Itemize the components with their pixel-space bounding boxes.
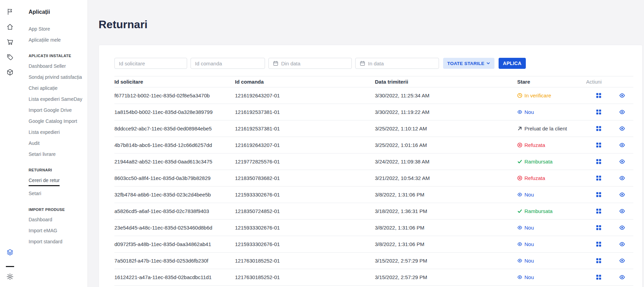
- status-badge: Rambursata: [517, 208, 586, 214]
- grid-actions-button[interactable]: [596, 175, 602, 181]
- status-badge: Refuzata: [517, 142, 586, 148]
- view-details-button[interactable]: [619, 258, 625, 264]
- sidebar-item-aplicatiile-mele[interactable]: Aplicațiile mele: [29, 34, 83, 45]
- package-icon[interactable]: [6, 68, 14, 76]
- cell-data-trimiterii: 3/25/2022, 1:01:16 AM: [375, 142, 517, 148]
- table-row: 21944a82-ab52-11ec-835d-0aad613c3475 121…: [114, 153, 633, 170]
- states-dropdown[interactable]: TOATE STARILE: [443, 58, 494, 69]
- cell-actions: [586, 93, 633, 98]
- gear-icon[interactable]: [6, 273, 14, 281]
- status-label: Nou: [524, 225, 534, 231]
- cell-id-solicitare: d0972f35-a48b-11ec-835d-0aa34862ab41: [114, 241, 235, 247]
- cell-id-comanda: 1217630185252-01: [235, 258, 375, 264]
- view-details-button[interactable]: [619, 109, 625, 115]
- cell-id-comanda: 1217630185252-01: [235, 274, 375, 280]
- cell-actions: [586, 241, 633, 247]
- status-label: Refuzata: [524, 142, 545, 148]
- din-data-input[interactable]: [281, 61, 347, 66]
- returns-card: TOATE STARILE APLICA Id solicitare Id co…: [99, 45, 643, 287]
- cell-id-solicitare: a5826cd5-a6af-11ec-835d-02c7838f9403: [114, 208, 235, 214]
- sidebar-item-lista-expedieri-sameday[interactable]: Lista expedieri SameDay: [29, 94, 83, 105]
- tag-icon[interactable]: [6, 53, 14, 61]
- status-badge: Nou: [517, 258, 586, 264]
- layers-icon[interactable]: [6, 248, 14, 256]
- view-details-button[interactable]: [619, 241, 625, 247]
- view-details-button[interactable]: [619, 126, 625, 131]
- apply-button[interactable]: APLICA: [499, 58, 526, 69]
- status-badge: Nou: [517, 192, 586, 198]
- view-details-button[interactable]: [619, 192, 625, 198]
- grid-actions-button[interactable]: [596, 142, 602, 148]
- sidebar-item-sondaj-satisfactia[interactable]: Sondaj privind satisfacția: [29, 72, 83, 83]
- id-solicitare-input[interactable]: [119, 61, 183, 66]
- view-details-button[interactable]: [619, 175, 625, 181]
- view-details-button[interactable]: [619, 225, 625, 231]
- id-comanda-input[interactable]: [195, 61, 260, 66]
- flag-icon[interactable]: [6, 8, 14, 16]
- sidebar-item-import-standard[interactable]: Import standard: [29, 236, 83, 247]
- cell-id-comanda: 1216192643207-01: [235, 142, 375, 148]
- grid-actions-button[interactable]: [596, 93, 602, 98]
- cart-icon[interactable]: [6, 38, 14, 46]
- cell-data-trimiterii: 3/15/2022, 2:57:29 PM: [375, 274, 517, 280]
- view-details-button[interactable]: [619, 159, 625, 164]
- grid-actions-button[interactable]: [596, 258, 602, 264]
- cell-id-comanda: 1216192643207-01: [235, 93, 375, 98]
- status-badge: Refuzata: [517, 175, 586, 181]
- rail-active-indicator: [6, 266, 14, 267]
- in-data-input[interactable]: [368, 61, 435, 66]
- table-row: 32fb4784-a6b6-11ec-835d-023c2d4bee5b 121…: [114, 187, 633, 203]
- sidebar-section-aplicatii-instalate: APLICAȚII INSTALATE: [29, 54, 83, 58]
- sidebar-item-dashboard[interactable]: Dashboard: [29, 214, 83, 225]
- sidebar-item-lista-expedieri[interactable]: Lista expedieri: [29, 127, 83, 138]
- sidebar-item-dashboard-seller[interactable]: Dashboard Seller: [29, 61, 83, 72]
- sidebar-item-setari-livrare[interactable]: Setari livrare: [29, 149, 83, 160]
- cell-actions: [586, 109, 633, 115]
- cell-data-trimiterii: 3/24/2022, 11:09:38 AM: [375, 159, 517, 164]
- cell-actions: [586, 159, 633, 164]
- grid-actions-button[interactable]: [596, 109, 602, 115]
- id-comanda-field-wrap: [191, 58, 265, 69]
- header-actiuni: Actiuni: [586, 79, 633, 85]
- status-badge: Nou: [517, 241, 586, 247]
- view-details-button[interactable]: [619, 93, 625, 98]
- view-details-button[interactable]: [619, 274, 625, 280]
- check-icon: [517, 159, 522, 164]
- sidebar-item-google-catalog-import[interactable]: Google Catalog Import: [29, 116, 83, 127]
- cell-actions: [586, 274, 633, 280]
- table-header: Id solicitare Id comanda Data trimiterii…: [114, 76, 633, 87]
- grid-actions-button[interactable]: [596, 241, 602, 247]
- table-row: a5826cd5-a6af-11ec-835d-02c7838f9403 121…: [114, 203, 633, 220]
- grid-actions-button[interactable]: [596, 126, 602, 131]
- circle-x-icon: [517, 142, 522, 148]
- cell-actions: [586, 142, 633, 148]
- sidebar-item-cereri-de-retur[interactable]: Cereri de retur: [29, 175, 60, 186]
- table-row: 16124221-a47a-11ec-835d-02bacdbc11d1 121…: [114, 269, 633, 286]
- sidebar-item-import-emag[interactable]: Import eMAG: [29, 225, 83, 236]
- sidebar-item-setari[interactable]: Setari: [29, 188, 83, 199]
- grid-actions-button[interactable]: [596, 159, 602, 164]
- cell-data-trimiterii: 3/8/2022, 1:31:06 PM: [375, 225, 517, 231]
- status-badge: Preluat de la client: [517, 126, 586, 131]
- view-details-button[interactable]: [619, 208, 625, 214]
- header-id-comanda: Id comanda: [235, 79, 375, 85]
- sidebar-item-import-google-drive[interactable]: Import Google Drive: [29, 105, 83, 116]
- clock-icon: [517, 93, 522, 98]
- table-row: 8ddcce92-abc7-11ec-835d-0ed08984ebe5 121…: [114, 120, 633, 137]
- cell-id-comanda: 1215933302676-01: [235, 241, 375, 247]
- arrow-up-right-icon: [517, 126, 522, 131]
- id-solicitare-field-wrap: [114, 58, 187, 69]
- sidebar-item-audit[interactable]: Audit: [29, 138, 83, 149]
- grid-actions-button[interactable]: [596, 208, 602, 214]
- main-content: Returnari: [88, 0, 644, 287]
- cell-id-comanda: 1215933302676-01: [235, 192, 375, 198]
- grid-actions-button[interactable]: [596, 225, 602, 231]
- view-details-button[interactable]: [619, 142, 625, 148]
- status-label: Rambursata: [524, 159, 553, 164]
- grid-actions-button[interactable]: [596, 192, 602, 198]
- cell-id-solicitare: 32fb4784-a6b6-11ec-835d-023c2d4bee5b: [114, 192, 235, 198]
- home-icon[interactable]: [6, 23, 14, 31]
- grid-actions-button[interactable]: [596, 274, 602, 280]
- sidebar-item-chei-aplicatie[interactable]: Chei aplicație: [29, 83, 83, 94]
- sidebar-item-app-store[interactable]: App Store: [29, 23, 83, 34]
